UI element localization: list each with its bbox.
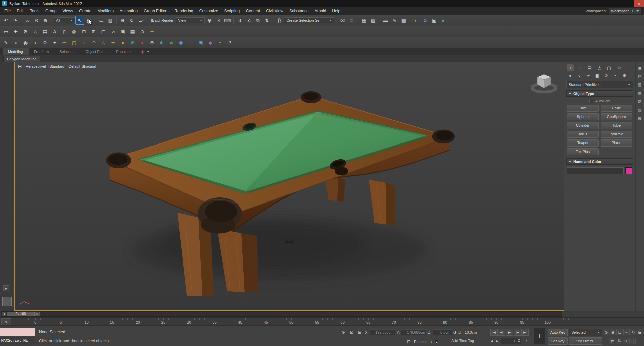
dock-layers-icon[interactable]: ▤ xyxy=(637,73,643,79)
keyboard-override-icon[interactable]: ⌨ xyxy=(223,16,232,25)
dock-settings-icon[interactable]: ▩ xyxy=(637,115,643,121)
snow-globe-icon[interactable]: ● xyxy=(11,38,20,47)
menu-civil-view[interactable]: Civil View xyxy=(263,7,286,15)
gears-icon[interactable]: ⚙ xyxy=(41,38,49,47)
dock-viewport-icon[interactable]: ▣ xyxy=(637,65,643,71)
substance-icon[interactable]: ◆ xyxy=(206,38,215,47)
redo-icon[interactable]: ↷ xyxy=(11,16,19,25)
lightbulb-icon[interactable]: ☀ xyxy=(148,27,156,36)
percent-snap-icon[interactable]: % xyxy=(254,16,262,25)
go-to-end-button[interactable]: ▶| xyxy=(521,329,529,336)
key-mode-toggle-icon[interactable]: ⇋ xyxy=(524,338,531,345)
helpers-category-icon[interactable]: ⊕ xyxy=(603,72,609,79)
create-tab[interactable]: + xyxy=(567,64,574,71)
tab-populate[interactable]: Populate xyxy=(111,48,136,55)
macro-recorder-pane[interactable] xyxy=(0,328,35,336)
absolute-mode-icon[interactable]: ⊞ xyxy=(356,329,363,336)
menu-views[interactable]: Views xyxy=(59,7,76,15)
select-and-rotate-icon[interactable]: ↻ xyxy=(127,16,136,25)
maximize-toggle-icon[interactable]: ▢ xyxy=(629,338,636,344)
gear-icon[interactable]: ⚙ xyxy=(21,27,30,36)
zoom-all-icon[interactable]: ⊕ xyxy=(610,329,616,335)
tab-freeform[interactable]: Freeform xyxy=(29,48,54,55)
shapes-category-icon[interactable]: ∿ xyxy=(576,72,582,79)
tab-modeling[interactable]: Modeling xyxy=(3,48,29,55)
menu-arnold[interactable]: Arnold xyxy=(312,7,329,15)
undo-icon[interactable]: ↶ xyxy=(2,16,10,25)
curve-editor-icon[interactable]: ∿ xyxy=(390,16,399,25)
menu-tools[interactable]: Tools xyxy=(27,7,42,15)
teapot-button[interactable]: Teapot xyxy=(567,139,599,147)
rectangular-selection-region-icon[interactable]: ▭ xyxy=(97,16,106,25)
object-type-rollout-header[interactable]: Object Type xyxy=(566,90,633,97)
mini-curve-editor-button[interactable]: ∿ xyxy=(1,318,11,325)
select-object-icon[interactable]: ↖ xyxy=(75,16,84,25)
dots-icon[interactable]: ∴ xyxy=(186,38,195,47)
hierarchy-tab[interactable]: ▤ xyxy=(586,64,593,71)
maximize-icon[interactable]: □ xyxy=(624,0,634,7)
dome-icon[interactable]: ◠ xyxy=(89,38,98,47)
z-coordinate-field[interactable]: 0,0cm xyxy=(433,329,452,335)
display-tab[interactable]: ▢ xyxy=(606,64,612,71)
material-editor-icon[interactable]: ◐ xyxy=(412,16,420,25)
menu-rendering[interactable]: Rendering xyxy=(171,7,196,15)
maximize-viewport-icon[interactable]: ▣ xyxy=(637,329,643,335)
play-button[interactable]: ▶ xyxy=(506,329,513,336)
pool-table-model[interactable] xyxy=(106,91,455,296)
edit-named-sets-icon[interactable]: {} xyxy=(275,16,284,25)
close-icon[interactable]: ✕ xyxy=(634,0,644,7)
schematic-view-icon[interactable]: ▩ xyxy=(399,16,408,25)
render-production-icon[interactable]: ● xyxy=(439,16,447,25)
plane-button[interactable]: Plane xyxy=(601,139,633,147)
monitor-icon[interactable]: ⊟ xyxy=(79,27,88,36)
snowflake-icon[interactable]: ✳ xyxy=(128,38,137,47)
window-icon[interactable]: ▢ xyxy=(99,27,108,36)
red-ball-icon[interactable]: ● xyxy=(138,38,147,47)
dock-material-icon[interactable]: ▧ xyxy=(637,98,643,104)
view-cube[interactable] xyxy=(527,70,561,96)
menu-customize[interactable]: Customize xyxy=(196,7,221,15)
lights-category-icon[interactable]: ☀ xyxy=(585,72,591,79)
name-color-rollout-header[interactable]: Name and Color xyxy=(566,158,633,165)
marble-icon[interactable]: ◉ xyxy=(177,38,185,47)
paint-icon[interactable]: ✎ xyxy=(2,38,10,47)
cylinder-button[interactable]: Cylinder xyxy=(567,122,599,129)
ribbon-overflow-icon[interactable]: ◉ xyxy=(139,48,146,55)
notification-badge[interactable]: 1 xyxy=(434,340,439,344)
next-key-icon[interactable]: ▶ xyxy=(495,338,500,344)
dock-render-icon[interactable]: ▦ xyxy=(637,90,643,96)
tube-button[interactable]: Tube xyxy=(601,122,633,129)
time-slider-handle[interactable]: 0 / 100 xyxy=(7,312,35,316)
key-icon[interactable]: ♦ xyxy=(31,38,40,47)
snaps-toggle-icon[interactable]: 3 xyxy=(235,16,244,25)
align-icon[interactable]: ≣ xyxy=(347,16,356,25)
time-slider-track[interactable]: ◀ 0 / 100 ▶ xyxy=(1,311,562,317)
set-keys-button[interactable]: + xyxy=(534,328,545,344)
select-and-link-icon[interactable]: ∞ xyxy=(23,16,32,25)
sphere-icon[interactable]: ● xyxy=(118,38,127,47)
selection-filter-dropdown[interactable]: All xyxy=(54,17,75,23)
zoom-icon[interactable]: ⊙ xyxy=(603,329,609,335)
add-time-tag[interactable]: Add Time Tag xyxy=(451,339,474,343)
polygon-modeling-tab[interactable]: Polygon Modeling xyxy=(3,56,40,62)
autogrid-checkbox[interactable] xyxy=(589,99,593,103)
cubes-icon[interactable]: ▣ xyxy=(118,27,127,36)
circle-icon[interactable]: ○ xyxy=(79,38,88,47)
viewport-menu-plus[interactable]: [+] xyxy=(18,64,22,68)
text-tool-icon[interactable]: A xyxy=(50,27,59,36)
isolate-selection-icon[interactable]: ⊙ xyxy=(340,329,347,336)
render-setup-icon[interactable]: ⚙ xyxy=(421,16,429,25)
angle-snap-icon[interactable]: ∠ xyxy=(245,16,253,25)
timeline-ruler[interactable]: 0510152025303540455055606570758085909510… xyxy=(13,318,573,325)
menu-animation[interactable]: Animation xyxy=(117,7,141,15)
scene-explorer-icon[interactable]: ▦ xyxy=(360,16,368,25)
time-next-icon[interactable]: ▶ xyxy=(35,312,40,316)
menu-edit[interactable]: Edit xyxy=(14,7,27,15)
cone-button[interactable]: Cone xyxy=(601,105,633,112)
window-crossing-icon[interactable]: ▥ xyxy=(106,16,115,25)
sun-icon[interactable]: ☀ xyxy=(109,38,117,47)
camera-icon[interactable]: ⊙ xyxy=(138,27,147,36)
batch-render-label[interactable]: tBatchRender xyxy=(149,18,175,22)
cameras-category-icon[interactable]: ▣ xyxy=(594,72,600,79)
grid-snap-icon[interactable]: ⊞ xyxy=(89,27,98,36)
